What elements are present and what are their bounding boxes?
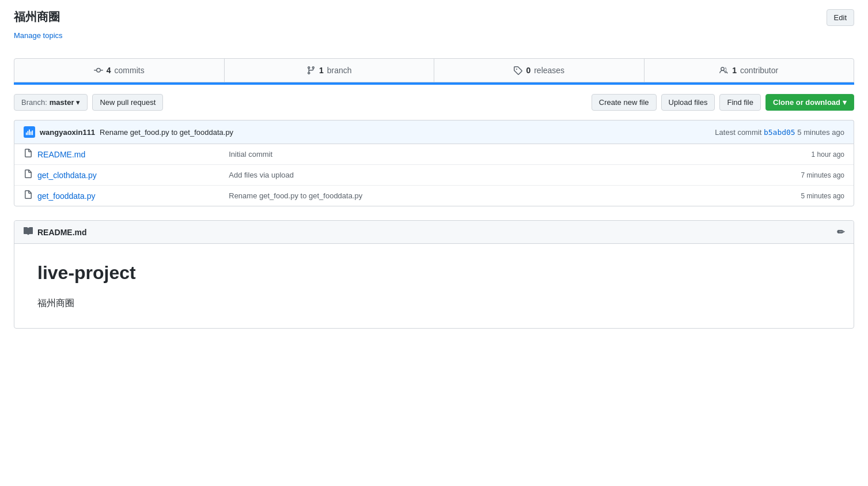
file-list-container: wangyaoxin111 Rename get_food.py to get_…: [14, 120, 854, 206]
manage-topics-link[interactable]: Manage topics: [14, 31, 63, 40]
chevron-down-icon: ▾: [76, 98, 80, 107]
new-pull-request-button[interactable]: New pull request: [92, 94, 163, 111]
commit-author-name[interactable]: wangyaoxin111: [40, 128, 95, 137]
readme-header-left: README.md: [24, 227, 87, 238]
file-commit-msg: Add files via upload: [229, 171, 639, 179]
readme-filename: README.md: [37, 228, 87, 237]
upload-files-button[interactable]: Upload files: [661, 94, 715, 111]
file-name-cell: get_fooddata.py: [24, 190, 229, 201]
file-icon: [24, 169, 33, 180]
find-file-button[interactable]: Find file: [719, 94, 761, 111]
branch-count: 1: [319, 66, 324, 75]
branch-selector-name: master: [50, 98, 74, 107]
file-icon: [24, 190, 33, 201]
file-commit-msg: Initial commit: [229, 150, 639, 159]
commit-author-section: wangyaoxin111 Rename get_food.py to get_…: [24, 126, 233, 138]
contributors-icon: [719, 66, 729, 75]
repo-title: 福州商圈: [14, 9, 60, 25]
file-commit-msg: Rename get_food.py to get_fooddata.py: [229, 191, 639, 200]
branch-selector-label: Branch:: [21, 98, 47, 107]
releases-count: 0: [526, 66, 530, 75]
file-time: 7 minutes ago: [639, 171, 844, 179]
file-icon: [24, 149, 33, 160]
edit-button[interactable]: Edit: [827, 9, 854, 26]
readme-section: README.md ✏ live-project 福州商圈: [14, 220, 854, 329]
clone-chevron-icon: ▾: [843, 98, 847, 107]
table-row: get_fooddata.py Rename get_food.py to ge…: [14, 186, 854, 206]
file-list: README.md Initial commit 1 hour ago get_…: [14, 144, 854, 206]
svg-rect-1: [28, 131, 29, 135]
file-time: 5 minutes ago: [639, 192, 844, 200]
releases-label: releases: [534, 66, 564, 75]
create-new-file-button[interactable]: Create new file: [592, 94, 657, 111]
file-name-link[interactable]: get_fooddata.py: [37, 191, 95, 201]
document-icon: [24, 190, 33, 199]
graph-icon: [25, 128, 33, 136]
commits-stat[interactable]: 4 commits: [14, 59, 225, 82]
file-name-cell: get_clothdata.py: [24, 169, 229, 180]
contributors-count: 1: [732, 66, 737, 75]
branch-icon: [306, 66, 316, 75]
readme-book-icon: [24, 227, 33, 238]
svg-rect-4: [32, 130, 33, 135]
tag-icon: [513, 66, 522, 75]
file-name-cell: README.md: [24, 149, 229, 160]
svg-rect-2: [29, 130, 30, 135]
author-avatar: [24, 126, 35, 138]
contributors-label: contributor: [740, 66, 778, 75]
clone-or-download-button[interactable]: Clone or download ▾: [765, 94, 854, 111]
readme-edit-icon[interactable]: ✏: [837, 227, 844, 238]
branch-label: branch: [327, 66, 352, 75]
readme-title: live-project: [37, 262, 831, 284]
stats-bar: 4 commits 1 branch 0 releases 1 contribu…: [14, 58, 854, 82]
commits-count: 4: [107, 66, 111, 75]
releases-stat[interactable]: 0 releases: [434, 59, 645, 82]
commits-icon: [94, 66, 103, 75]
commits-label: commits: [115, 66, 145, 75]
table-row: README.md Initial commit 1 hour ago: [14, 144, 854, 165]
branches-stat[interactable]: 1 branch: [225, 59, 435, 82]
branch-selector[interactable]: Branch: master ▾: [14, 94, 88, 111]
toolbar-right: Create new file Upload files Find file C…: [592, 94, 854, 111]
file-name-link[interactable]: get_clothdata.py: [37, 171, 97, 180]
file-name-link[interactable]: README.md: [37, 150, 85, 159]
svg-rect-3: [31, 131, 32, 135]
file-time: 1 hour ago: [639, 150, 844, 159]
clone-button-label: Clone or download: [773, 98, 840, 107]
readme-header: README.md ✏: [14, 221, 854, 244]
toolbar-left: Branch: master ▾ New pull request: [14, 94, 163, 111]
latest-commit-prefix: Latest commit: [715, 128, 761, 137]
contributors-stat[interactable]: 1 contributor: [645, 59, 854, 82]
readme-content: live-project 福州商圈: [14, 244, 854, 328]
file-toolbar: Branch: master ▾ New pull request Create…: [14, 85, 854, 120]
latest-commit-right: Latest commit b5abd05 5 minutes ago: [715, 128, 844, 137]
commit-hash[interactable]: b5abd05: [764, 128, 795, 137]
latest-commit-bar: wangyaoxin111 Rename get_food.py to get_…: [14, 120, 854, 144]
document-icon: [24, 149, 33, 158]
commit-time: 5 minutes ago: [797, 128, 844, 137]
readme-subtitle: 福州商圈: [37, 297, 831, 310]
commit-message-text: Rename get_food.py to get_fooddata.py: [100, 128, 233, 137]
table-row: get_clothdata.py Add files via upload 7 …: [14, 165, 854, 186]
book-icon: [24, 227, 33, 236]
document-icon: [24, 169, 33, 179]
svg-rect-0: [26, 133, 27, 135]
